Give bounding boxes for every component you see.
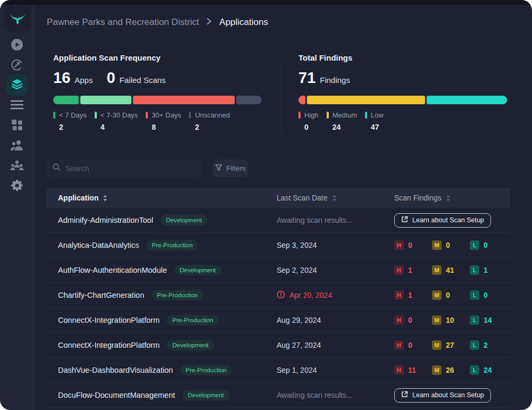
sidebar-item-play-circle[interactable] <box>10 38 24 53</box>
medium-severity-chip: M <box>432 315 442 325</box>
legend-item: High0 <box>298 111 319 131</box>
scan-frequency-title: Application Scan Frequency <box>53 53 262 62</box>
environment-badge: Development <box>174 265 221 275</box>
table-row[interactable]: ConnectX-IntegrationPlatform Pre-Product… <box>47 308 511 333</box>
metric-value: 16 <box>53 69 70 87</box>
low-severity-chip: L <box>470 265 479 275</box>
table-row[interactable]: Chartify-ChartGeneration Pre-Production … <box>47 283 511 308</box>
search-input[interactable]: Search <box>47 160 201 177</box>
legend-label: Medium <box>332 111 357 119</box>
bar-segment <box>80 96 131 104</box>
medium-severity-chip: M <box>432 290 442 300</box>
table-row[interactable]: Analytica-DataAnalytics Pre-Production S… <box>47 233 511 258</box>
application-name: Chartify-ChartGeneration <box>58 291 144 299</box>
column-header-last-scan-date[interactable]: Last Scan Date <box>277 188 337 208</box>
scan-findings-cell: H0 M0 L0 <box>394 233 488 257</box>
total-findings-legend: High0Medium24Low47 <box>298 111 507 131</box>
legend-tick <box>327 112 329 119</box>
bar-segment <box>53 96 79 104</box>
gear-icon <box>11 179 23 194</box>
external-link-icon <box>401 391 408 399</box>
legend-item: 30+ Days8 <box>146 111 181 131</box>
user-icon <box>10 139 24 154</box>
legend-count: 24 <box>332 123 357 131</box>
metric-value: 71 <box>298 69 315 87</box>
app-window: Pawnee Parks and Recreation District App… <box>0 0 532 410</box>
legend-label: 30+ Days <box>152 111 181 119</box>
table-row[interactable]: AuthFlow-AuthenticationModule Developmen… <box>47 258 511 283</box>
medium-count: 10 <box>446 316 454 324</box>
bar-segment <box>427 96 507 104</box>
sidebar-item-layers[interactable] <box>6 74 28 96</box>
application-cell: Adminify-AdministrationTool Development <box>58 208 207 232</box>
metric: 71Findings <box>298 69 350 87</box>
medium-count: 27 <box>446 341 454 349</box>
table-row[interactable]: DocuFlow-DocumentManagement Development … <box>47 383 511 408</box>
high-severity-chip: H <box>394 240 404 250</box>
high-findings: H11 <box>394 365 432 375</box>
sidebar-item-user[interactable] <box>10 139 24 154</box>
medium-findings: M41 <box>432 265 470 275</box>
column-header-application[interactable]: Application <box>58 188 107 208</box>
scan-findings-cell: H1 M0 L0 <box>394 283 488 307</box>
high-findings: H0 <box>394 340 432 350</box>
low-findings: L0 <box>470 290 488 300</box>
legend-count: 2 <box>59 123 87 131</box>
scan-findings-cell: Learn about Scan Setup <box>394 383 491 407</box>
high-findings: H0 <box>394 315 432 325</box>
sidebar-item-scan-target[interactable] <box>10 58 24 73</box>
high-count: 11 <box>408 366 416 374</box>
last-scan-cell: Awaiting scan results... <box>277 383 353 407</box>
application-cell: DocuFlow-DocumentManagement Development <box>58 383 229 407</box>
low-severity-chip: L <box>470 240 479 250</box>
legend-item: < 7 Days2 <box>53 111 87 131</box>
filter-funnel-icon <box>215 164 222 173</box>
high-count: 0 <box>408 341 412 349</box>
last-scan-cell: Sep 2, 2024 <box>277 258 317 282</box>
metric-label: Apps <box>74 76 93 85</box>
learn-about-scan-setup-button[interactable]: Learn about Scan Setup <box>394 388 491 403</box>
search-icon <box>53 163 61 173</box>
bar-segment <box>133 96 235 104</box>
scan-target-icon <box>10 58 24 74</box>
table-row[interactable]: ConnectX-IntegrationPlatform Development… <box>47 333 511 358</box>
sidebar-item-list-lines[interactable] <box>10 98 24 113</box>
last-scan-cell: Aug 29, 2024 <box>277 308 321 332</box>
sidebar <box>0 0 35 410</box>
last-scan-cell: Awaiting scan results... <box>277 208 353 232</box>
medium-findings: M0 <box>432 240 470 250</box>
column-header-scan-findings[interactable]: Scan Findings <box>394 188 451 208</box>
list-lines-icon <box>11 99 23 112</box>
sidebar-item-gear[interactable] <box>10 179 24 194</box>
total-findings-card: Total Findings 71Findings High0Medium24L… <box>298 53 507 131</box>
learn-about-scan-setup-button[interactable]: Learn about Scan Setup <box>394 213 491 228</box>
external-link-icon <box>401 216 408 224</box>
application-name: Analytica-DataAnalytics <box>58 241 139 249</box>
breadcrumb-parent[interactable]: Pawnee Parks and Recreation District <box>47 17 199 28</box>
brand-logo[interactable] <box>4 6 30 32</box>
high-severity-chip: H <box>394 290 404 300</box>
sidebar-item-grid[interactable] <box>10 119 24 133</box>
scan-frequency-legend: < 7 Days2< 7-30 Days430+ Days8Unscanned2 <box>53 111 262 131</box>
legend-label: High <box>304 111 319 119</box>
table-row[interactable]: DashVue-DashboardVisualization Pre-Produ… <box>47 358 511 383</box>
medium-count: 26 <box>446 366 454 374</box>
filters-button[interactable]: Filters <box>213 160 248 177</box>
high-findings: H0 <box>394 240 432 250</box>
medium-severity-chip: M <box>432 265 442 275</box>
medium-findings: M10 <box>432 315 470 325</box>
metric: 0Failed Scans <box>106 69 165 87</box>
table-row[interactable]: Adminify-AdministrationTool Development … <box>47 208 511 233</box>
sidebar-item-users[interactable] <box>10 159 24 174</box>
legend-tick <box>298 112 301 119</box>
application-cell: ConnectX-IntegrationPlatform Development <box>58 333 214 357</box>
last-scan-cell: Sep 3, 2024 <box>277 233 317 257</box>
medium-severity-chip: M <box>432 365 442 375</box>
bar-segment <box>298 96 305 104</box>
low-findings: L24 <box>470 365 492 375</box>
total-findings-metrics: 71Findings <box>298 69 507 87</box>
grid-icon <box>11 119 23 133</box>
play-circle-icon <box>10 38 24 54</box>
legend-item: < 7-30 Days4 <box>95 111 138 131</box>
table-body: Adminify-AdministrationTool Development … <box>47 208 511 408</box>
